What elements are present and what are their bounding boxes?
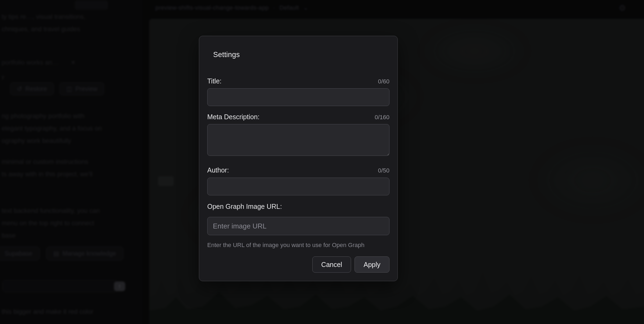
title-field-row: Title: 0/60 [207, 77, 389, 85]
settings-dialog: Settings Title: 0/60 Meta Description: 0… [199, 36, 398, 281]
author-input[interactable] [207, 178, 389, 195]
meta-description-label: Meta Description: [207, 113, 260, 121]
dialog-footer: Cancel Apply [207, 256, 389, 273]
og-image-label: Open Graph Image URL: [207, 203, 282, 210]
og-image-url-input[interactable] [207, 217, 389, 235]
meta-description-field-row: Meta Description: 0/160 [207, 113, 389, 121]
title-input[interactable] [207, 88, 389, 106]
title-counter: 0/60 [378, 78, 389, 85]
author-field-row: Author: 0/50 [207, 166, 389, 174]
cancel-button[interactable]: Cancel [312, 256, 351, 273]
dialog-title: Settings [213, 51, 384, 59]
apply-button[interactable]: Apply [355, 256, 389, 273]
og-image-field-row: Open Graph Image URL: [207, 203, 389, 210]
meta-description-textarea[interactable] [207, 124, 389, 156]
dialog-body: Title: 0/60 Meta Description: 0/160 Auth… [199, 66, 398, 281]
meta-description-counter: 0/160 [375, 114, 389, 121]
author-label: Author: [207, 166, 229, 174]
author-counter: 0/50 [378, 167, 389, 174]
og-image-helper-text: Enter the URL of the image you want to u… [207, 242, 389, 249]
title-label: Title: [207, 77, 221, 85]
